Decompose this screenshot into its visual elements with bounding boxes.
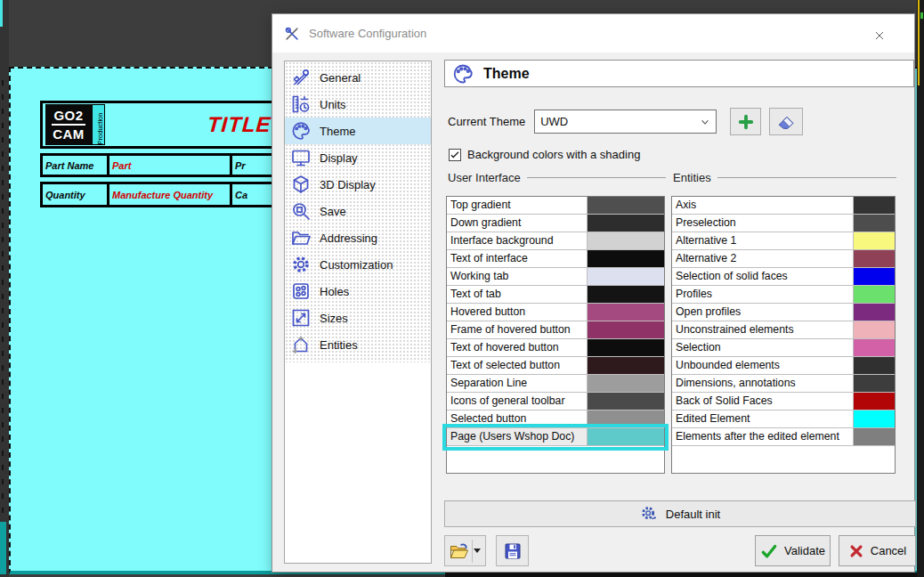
open-theme-button[interactable] [444, 535, 486, 566]
sidebar-item-units[interactable]: Units [285, 91, 431, 118]
open-dropdown-arrow[interactable] [474, 549, 481, 553]
color-row-label: Unconstrained elements [672, 321, 854, 339]
color-row[interactable]: Back of Solid Faces [672, 393, 895, 410]
current-theme-select[interactable]: UWD [534, 110, 717, 134]
color-swatch[interactable] [854, 321, 895, 339]
units-icon [290, 93, 312, 115]
color-row[interactable]: Selection [672, 339, 895, 357]
save-theme-button[interactable] [496, 535, 529, 566]
sidebar-item-label: Units [320, 98, 346, 111]
color-swatch[interactable] [854, 232, 895, 250]
color-swatch[interactable] [854, 268, 895, 286]
delete-theme-button[interactable] [769, 108, 803, 135]
sidebar-item-general[interactable]: General [285, 64, 431, 91]
color-swatch[interactable] [854, 250, 895, 268]
sidebar-item-save[interactable]: Save [285, 198, 431, 224]
color-swatch[interactable] [854, 357, 895, 375]
color-row[interactable]: Down gradient [447, 215, 664, 232]
color-swatch[interactable] [588, 428, 664, 446]
color-swatch[interactable] [588, 410, 664, 428]
color-swatch[interactable] [854, 197, 895, 215]
color-swatch[interactable] [588, 304, 664, 321]
color-swatch[interactable] [588, 357, 664, 375]
color-row[interactable]: Unconstrained elements [672, 321, 895, 339]
color-row[interactable]: Text of selected button [447, 357, 664, 375]
color-row[interactable]: Hovered button [447, 304, 664, 321]
floppy-disk-icon [502, 540, 523, 562]
color-row[interactable]: Text of interface [447, 250, 664, 268]
color-swatch[interactable] [588, 232, 664, 250]
user-interface-group-header: User Interface [448, 171, 666, 184]
color-swatch[interactable] [854, 393, 895, 410]
sidebar-item-3d-display[interactable]: 3D Display [285, 171, 431, 198]
entities-color-list: AxisPreselectionAlternative 1Alternative… [671, 196, 896, 474]
color-row-label: Icons of general toolbar [447, 393, 588, 410]
color-row[interactable]: Preselection [672, 215, 895, 232]
add-theme-button[interactable] [730, 108, 761, 135]
sidebar-item-holes[interactable]: Holes [285, 278, 431, 305]
color-row[interactable]: Elements after the edited element [672, 428, 895, 446]
color-swatch[interactable] [854, 428, 895, 446]
color-row[interactable]: Frame of hovered button [447, 321, 664, 339]
color-swatch[interactable] [588, 250, 664, 268]
color-row[interactable]: Text of tab [447, 286, 664, 304]
color-swatch[interactable] [588, 197, 664, 215]
doc-cell-label: Quantity [43, 184, 109, 205]
color-swatch[interactable] [854, 304, 895, 321]
close-button[interactable] [868, 26, 891, 45]
color-row[interactable]: Unbounded elements [672, 357, 895, 375]
color-row-label: Edited Element [672, 410, 854, 428]
color-swatch[interactable] [588, 393, 664, 410]
sidebar-item-customization[interactable]: Customization [285, 251, 431, 278]
color-swatch[interactable] [854, 215, 895, 232]
shading-checkbox[interactable] [449, 149, 461, 161]
color-row[interactable]: Profiles [672, 286, 895, 304]
chevron-down-icon [698, 115, 712, 129]
color-row[interactable]: Working tab [447, 268, 664, 286]
sidebar-item-display[interactable]: Display [285, 144, 431, 171]
color-swatch[interactable] [588, 339, 664, 357]
color-row[interactable]: Selected button [447, 410, 664, 428]
default-init-button[interactable]: Default init [444, 500, 916, 527]
dialog-title: Software Configuration [309, 27, 426, 40]
color-row[interactable]: Alternative 1 [672, 232, 895, 250]
color-row[interactable]: Separation Line [447, 375, 664, 393]
color-row-label: Selection [672, 339, 854, 357]
color-row[interactable]: Interface background [447, 232, 664, 250]
sidebar-item-addressing[interactable]: Addressing [285, 224, 431, 251]
default-init-label: Default init [666, 508, 720, 521]
color-row[interactable]: Icons of general toolbar [447, 393, 664, 410]
color-row[interactable]: Edited Element [672, 410, 895, 428]
color-swatch[interactable] [588, 321, 664, 339]
color-swatch[interactable] [854, 375, 895, 393]
color-row-label: Frame of hovered button [447, 321, 588, 339]
current-theme-label: Current Theme [448, 115, 525, 128]
color-swatch[interactable] [588, 215, 664, 232]
color-row-label: Selected button [447, 410, 588, 428]
validate-button[interactable]: Validate [755, 535, 831, 566]
color-row[interactable]: Open profiles [672, 304, 895, 321]
color-swatch[interactable] [588, 375, 664, 393]
color-swatch[interactable] [854, 410, 895, 428]
color-row-label: Back of Solid Faces [672, 393, 854, 410]
color-row[interactable]: Page (Users Wshop Doc) [447, 428, 664, 446]
color-row[interactable]: Dimensions, annotations [672, 375, 895, 393]
color-row-label: Separation Line [447, 375, 588, 393]
color-swatch[interactable] [588, 286, 664, 304]
shading-checkbox-row[interactable]: Background colors with a shading [449, 148, 640, 161]
background-window-edge [445, 573, 924, 577]
cancel-button[interactable]: Cancel [839, 535, 916, 566]
doc-cell-label: Part Name [43, 156, 109, 175]
color-row[interactable]: Alternative 2 [672, 250, 895, 268]
color-swatch[interactable] [854, 286, 895, 304]
sidebar-item-entities[interactable]: Entities [285, 331, 431, 358]
color-swatch[interactable] [588, 268, 664, 286]
diagonal-arrow-icon [290, 307, 312, 329]
sidebar-item-sizes[interactable]: Sizes [285, 305, 431, 331]
color-row[interactable]: Top gradient [447, 197, 664, 215]
color-row[interactable]: Axis [672, 197, 895, 215]
sidebar-item-theme[interactable]: Theme [285, 118, 431, 144]
color-swatch[interactable] [854, 339, 895, 357]
color-row[interactable]: Selection of solid faces [672, 268, 895, 286]
color-row[interactable]: Text of hovered button [447, 339, 664, 357]
